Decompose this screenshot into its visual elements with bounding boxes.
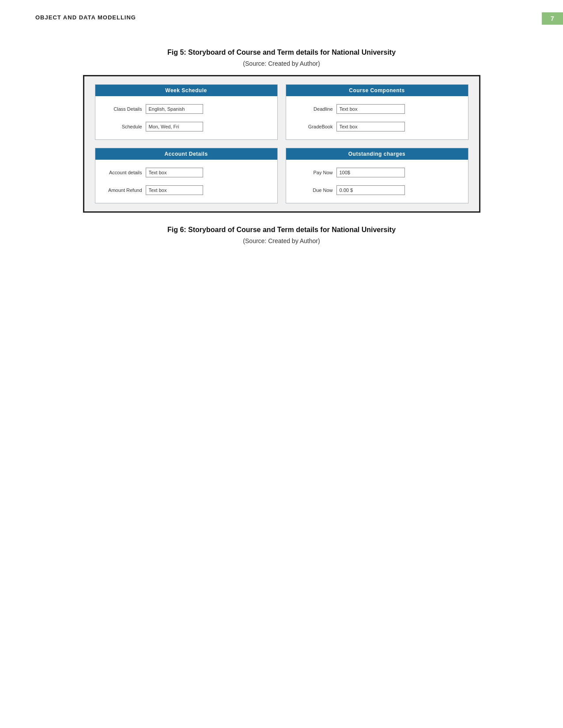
panel-week-schedule-header: Week Schedule: [95, 85, 277, 96]
document-header: OBJECT AND DATA MODELLING: [35, 14, 136, 21]
field-row-class-details: Class Details: [102, 104, 270, 114]
field-row-pay-now: Pay Now: [293, 168, 461, 177]
input-gradebook[interactable]: [336, 122, 405, 131]
field-row-gradebook: GradeBook: [293, 122, 461, 131]
panel-account-details: Account Details Account details Amount R…: [95, 148, 278, 203]
panel-outstanding-charges-body: Pay Now Due Now: [286, 160, 468, 203]
field-row-amount-refund: Amount Refund: [102, 185, 270, 195]
panel-outstanding-charges-header: Outstanding charges: [286, 148, 468, 160]
field-row-account-details: Account details: [102, 168, 270, 177]
label-deadline: Deadline: [293, 106, 333, 112]
input-pay-now[interactable]: [336, 168, 405, 177]
panel-outstanding-charges: Outstanding charges Pay Now Due Now: [286, 148, 469, 203]
field-row-deadline: Deadline: [293, 104, 461, 114]
panel-account-details-body: Account details Amount Refund: [95, 160, 277, 203]
storyboard-grid: Week Schedule Class Details Schedule Cou…: [95, 84, 469, 203]
label-class-details: Class Details: [102, 106, 142, 112]
fig5-title: Fig 5: Storyboard of Course and Term det…: [39, 49, 525, 56]
field-row-schedule: Schedule: [102, 122, 270, 131]
panel-week-schedule: Week Schedule Class Details Schedule: [95, 84, 278, 140]
fig6-source: (Source: Created by Author): [39, 237, 525, 244]
panel-course-components: Course Components Deadline GradeBook: [286, 84, 469, 140]
label-amount-refund: Amount Refund: [102, 188, 142, 193]
fig5-source: (Source: Created by Author): [39, 60, 525, 67]
input-deadline[interactable]: [336, 104, 405, 114]
input-schedule[interactable]: [146, 122, 203, 131]
fig6-title: Fig 6: Storyboard of Course and Term det…: [39, 226, 525, 234]
input-due-now[interactable]: [336, 185, 405, 195]
label-account-details: Account details: [102, 170, 142, 175]
page-number: 7: [542, 12, 563, 25]
label-gradebook: GradeBook: [293, 124, 333, 129]
panel-account-details-header: Account Details: [95, 148, 277, 160]
label-due-now: Due Now: [293, 188, 333, 193]
input-class-details[interactable]: [146, 104, 203, 114]
field-row-due-now: Due Now: [293, 185, 461, 195]
input-account-details[interactable]: [146, 168, 203, 177]
panel-course-components-header: Course Components: [286, 85, 468, 96]
label-schedule: Schedule: [102, 124, 142, 129]
storyboard-fig5: Week Schedule Class Details Schedule Cou…: [83, 75, 480, 213]
label-pay-now: Pay Now: [293, 170, 333, 175]
input-amount-refund[interactable]: [146, 185, 203, 195]
panel-course-components-body: Deadline GradeBook: [286, 96, 468, 139]
main-content: Fig 5: Storyboard of Course and Term det…: [39, 0, 525, 244]
panel-week-schedule-body: Class Details Schedule: [95, 96, 277, 139]
